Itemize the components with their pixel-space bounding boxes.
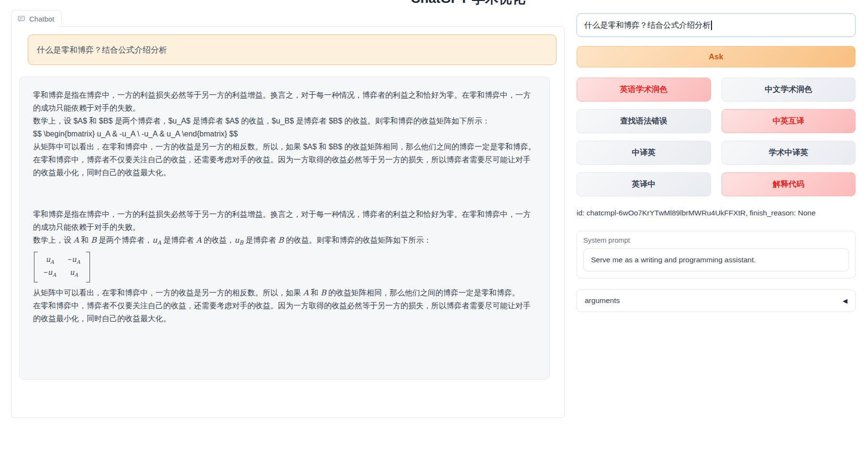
quick-button-5[interactable]: 中译英 — [577, 141, 711, 165]
quick-button-3[interactable]: 查找语法错误 — [577, 109, 711, 133]
chatbot-panel-label: Chatbot — [11, 10, 62, 27]
app-root: ChatGPT 学术优化 Chatbot 什么是零和博弈？结合公式介绍分析 零和… — [0, 0, 868, 460]
system-prompt-input[interactable]: Serve me as a writing and programming as… — [583, 248, 849, 271]
system-prompt-value: Serve me as a writing and programming as… — [591, 256, 756, 264]
question-input[interactable]: 什么是零和博弈？结合公式介绍分析 — [577, 13, 856, 37]
bot-message-content: 零和博弈是指在博弈中，一方的利益损失必然等于另一方的利益增益。换言之，对于每一种… — [33, 89, 536, 325]
quick-button-7[interactable]: 英译中 — [577, 172, 711, 196]
page-title: ChatGPT 学术优化 — [411, 0, 525, 8]
system-prompt-card: System prompt Serve me as a writing and … — [577, 231, 856, 279]
bot-message-paragraph: 零和博弈是指在博弈中，一方的利益损失必然等于另一方的利益增益。换言之，对于每一种… — [33, 89, 536, 114]
user-message-text: 什么是零和博弈？结合公式介绍分析 — [37, 45, 167, 56]
arguments-accordion[interactable]: arguments ◀ — [577, 289, 856, 312]
quick-button-8[interactable]: 解释代码 — [722, 172, 856, 196]
bot-message: 零和博弈是指在博弈中，一方的利益损失必然等于另一方的利益增益。换言之，对于每一种… — [19, 77, 550, 380]
bot-message-paragraph: 从矩阵中可以看出，在零和博弈中，一方的收益是另一方的相反数。所以，如果 $A$ … — [33, 140, 536, 153]
quick-button-4[interactable]: 中英互译 — [722, 109, 856, 133]
chatbot-card: 什么是零和博弈？结合公式介绍分析 零和博弈是指在博弈中，一方的利益损失必然等于另… — [11, 26, 565, 418]
bot-message-paragraph: 数学上，设 $A$ 和 $B$ 是两个博弈者，$u_A$ 是博弈者 $A$ 的收… — [33, 114, 536, 127]
message-spacer — [33, 179, 536, 208]
chatbot-panel-label-text: Chatbot — [29, 15, 55, 23]
quick-button-6[interactable]: 学术中译英 — [722, 141, 856, 165]
quick-button-1[interactable]: 英语学术润色 — [577, 78, 711, 101]
quick-button-2[interactable]: 中文学术润色 — [722, 78, 856, 101]
status-line: id: chatcmpl-6wOo7KrYTwMl89lbrMWRu4UkFFX… — [577, 209, 856, 217]
quick-buttons-grid: 英语学术润色中文学术润色查找语法错误中英互译中译英学术中译英英译中解释代码 — [577, 78, 856, 196]
ask-button[interactable]: Ask — [577, 46, 856, 67]
bot-message-paragraph: 零和博弈是指在博弈中，一方的利益损失必然等于另一方的利益增益。换言之，对于每一种… — [33, 208, 536, 234]
bot-message-paragraph: 在零和博弈中，博弈者不仅要关注自己的收益，还需要考虑对手的收益。因为一方取得的收… — [33, 153, 536, 179]
collapse-arrow-icon: ◀ — [843, 297, 847, 304]
arguments-accordion-label: arguments — [585, 296, 620, 305]
system-prompt-label: System prompt — [583, 236, 849, 244]
text-cursor — [711, 21, 712, 30]
chat-bubble-icon — [17, 15, 25, 23]
user-message: 什么是零和博弈？结合公式介绍分析 — [28, 34, 556, 65]
bot-message-paragraph: 数学上，设 A 和 B 是两个博弈者，uA 是博弈者 A 的收益，uB 是博弈者… — [33, 234, 536, 249]
payoff-matrix: uA−uA−uAuA — [33, 249, 536, 286]
bot-message-paragraph: $$ \begin{bmatrix} u_A & -u_A \ -u_A & u… — [33, 127, 536, 140]
bot-message-paragraph: 在零和博弈中，博弈者不仅要关注自己的收益，还需要考虑对手的收益。因为一方取得的收… — [33, 299, 536, 325]
bot-message-paragraph: 从矩阵中可以看出，在零和博弈中，一方的收益是另一方的相反数。所以，如果 A 和 … — [33, 286, 536, 299]
question-input-value: 什么是零和博弈？结合公式介绍分析 — [584, 20, 711, 31]
